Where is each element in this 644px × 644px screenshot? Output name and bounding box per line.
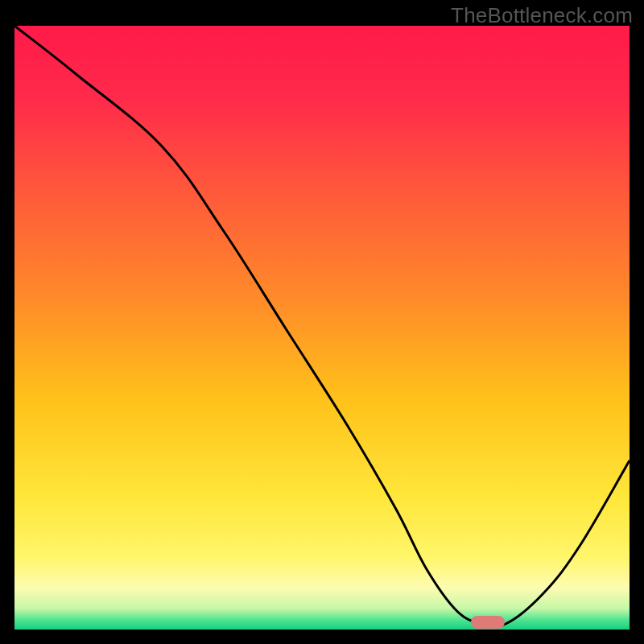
chart-svg — [14, 26, 630, 630]
plot-frame — [14, 26, 630, 630]
watermark-text: TheBottleneck.com — [451, 3, 633, 28]
chart-background — [14, 26, 630, 630]
plot-area — [14, 26, 630, 630]
chart-container: TheBottleneck.com — [0, 0, 644, 644]
optimal-range-marker — [471, 616, 505, 629]
